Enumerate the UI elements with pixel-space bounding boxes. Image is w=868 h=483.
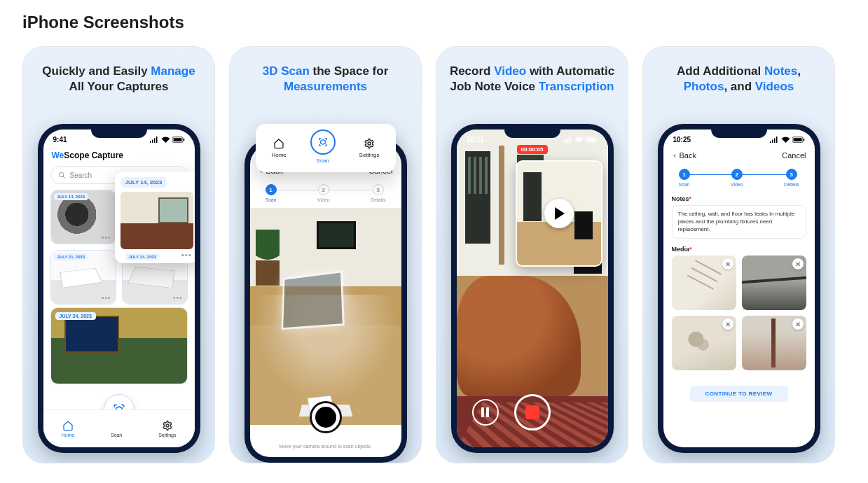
svg-line-4 [62,176,64,178]
cancel-button[interactable]: Cancel [782,151,806,160]
screenshot-4-caption: Add Additional Notes, Photos, and Videos [643,47,834,121]
home-icon [273,138,284,149]
shutter-button[interactable] [310,401,342,433]
capture-date: JULY 21, 2023 [54,253,89,260]
scan-bounding-box [282,271,344,329]
svg-rect-9 [596,139,598,141]
capture-card-large[interactable]: JULY 24, 2023 [50,307,188,384]
text: All Your Captures [69,80,168,93]
step-label: Scan [679,182,690,187]
more-icon[interactable]: ••• [102,234,111,241]
chevron-left-icon [672,152,677,160]
pause-button[interactable] [472,399,499,426]
screenshot-3[interactable]: Record Video with Automatic Job Note Voi… [436,46,628,463]
step-video: 2Video [731,169,743,187]
screenshot-2[interactable]: 3D Scan the Space for Measurements Home … [229,46,422,463]
recording-timer: 00:00:05 [516,145,547,154]
required-asterisk: * [689,246,692,253]
nav-row: Back Cancel [663,146,815,164]
media-item[interactable]: ✕ [742,255,806,310]
record-controls [457,394,608,430]
svg-rect-1 [173,138,181,141]
capture-date: JULY 24, 2023 [55,312,96,320]
remove-icon[interactable]: ✕ [792,318,804,330]
step-details: 3Details [784,169,799,187]
text: 3D Scan [263,64,310,78]
svg-rect-12 [803,139,804,141]
menu-scan[interactable]: Scan [310,130,336,164]
svg-rect-2 [183,139,184,141]
text: , [797,64,801,78]
menu-home[interactable]: Home [271,138,286,158]
text: Media [672,246,690,253]
details-body: Notes* The ceiling, wall, and floor has … [663,188,815,402]
capture-card[interactable]: JULY 14, 2023 ••• [50,190,116,244]
continue-button[interactable]: CONTINUE TO REVIEW [690,386,788,402]
scan-icon-ring [310,130,336,155]
video-preview-thumb[interactable] [516,160,602,267]
capture-date: JULY 14, 2023 [54,193,89,200]
screenshot-gallery: Quickly and Easily Manage All Your Captu… [22,46,846,463]
overlay-date: JULY 14, 2023 [120,177,167,188]
status-time: 9:41 [53,136,67,144]
tab-scan[interactable]: Scan [111,420,122,438]
text: Record [450,64,494,78]
status-time: 10:11 [467,136,485,144]
gear-icon [364,138,375,149]
phone-notch [711,124,767,138]
scene-trim [499,146,504,265]
back-button[interactable]: Back [672,151,696,160]
screenshot-4[interactable]: Add Additional Notes, Photos, and Videos… [642,46,835,463]
svg-point-6 [368,142,371,145]
menu-settings[interactable]: Settings [359,138,380,158]
screenshot-1-caption: Quickly and Easily Manage All Your Captu… [23,47,214,121]
tab-settings[interactable]: Settings [158,420,176,438]
gear-icon [162,420,173,431]
scan-icon [111,420,122,431]
phone-screen: 10:25 Back Cancel 1Scan 2V [663,130,815,447]
step-label: Video [731,182,743,187]
scan-viewport [250,208,401,425]
capture-detail-overlay: JULY 14, 2023 ••• [115,172,195,263]
capture-card[interactable]: JULY 21, 2023 ••• [50,250,116,304]
search-icon [58,172,66,179]
text: Add Additional [677,64,764,78]
media-label: Media* [672,246,806,253]
status-indicators [563,136,598,143]
media-item[interactable]: ✕ [672,316,736,370]
step-details: 3Details [371,184,385,202]
menu-label: Home [271,152,286,158]
scene-art [317,221,356,249]
mode-menu: Home Scan Settings [256,124,396,172]
svg-point-3 [59,172,63,176]
step-video: 2Video [317,184,330,202]
svg-point-5 [166,424,169,427]
step-label: Details [784,182,799,187]
more-icon[interactable]: ••• [102,294,111,302]
step-label: Scan [266,197,277,202]
notes-textarea[interactable]: The ceiling, wall, and floor has leaks i… [672,205,806,239]
text: Notes [672,195,689,202]
tab-home[interactable]: Home [62,420,75,438]
remove-icon[interactable]: ✕ [792,258,804,270]
phone-frame: Home Scan Settings B [244,139,407,463]
step-progress: 1Scan 2Video 3Details [663,164,815,188]
scene-plant [256,230,280,286]
text: Quickly and Easily [42,64,151,78]
step-scan: 1Scan [679,169,690,187]
text: the Space for [310,64,388,78]
more-icon[interactable]: ••• [173,294,183,302]
media-item[interactable]: ✕ [742,316,806,370]
text: Videos [755,80,794,93]
step-scan: 1Scan [266,184,277,202]
remove-icon[interactable]: ✕ [722,318,733,330]
text: Video [494,64,526,78]
text: , and [724,80,755,93]
phone-frame: 10:25 Back Cancel 1Scan 2V [658,124,820,453]
play-icon [544,199,574,228]
record-stop-button[interactable] [514,394,551,430]
text: We [52,150,64,160]
remove-icon[interactable]: ✕ [722,258,733,270]
media-item[interactable]: ✕ [672,255,736,310]
screenshot-1[interactable]: Quickly and Easily Manage All Your Captu… [22,46,215,463]
